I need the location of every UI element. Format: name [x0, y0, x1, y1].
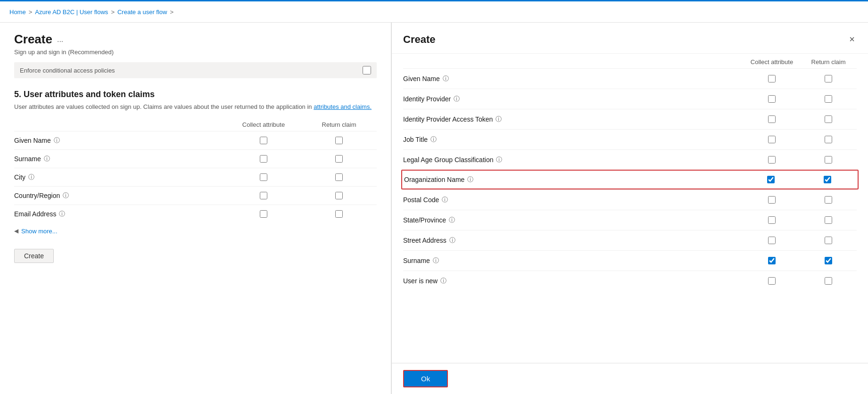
city-info-icon: ⓘ: [28, 173, 34, 181]
section5-link[interactable]: attributes and claims.: [314, 103, 372, 110]
show-more-arrow-icon: ◀: [14, 228, 18, 234]
table-row-country: Country/Region ⓘ: [14, 186, 377, 205]
section5-desc-text: User attributes are values collected on …: [14, 103, 312, 110]
page-title: Create ...: [14, 32, 377, 47]
rp-row-legal-age: Legal Age Group Classification ⓘ: [403, 149, 857, 170]
rp-row-postal-code: Postal Code ⓘ: [403, 189, 857, 210]
rp-row-street-address: Street Address ⓘ: [403, 230, 857, 250]
rp-idp-return[interactable]: [825, 95, 832, 103]
rp-idp-collect[interactable]: [768, 95, 776, 103]
surname-return-checkbox[interactable]: [335, 155, 343, 163]
email-info-icon: ⓘ: [59, 210, 65, 218]
rp-surname-collect[interactable]: [768, 257, 776, 264]
right-panel-header: Create ×: [392, 23, 868, 54]
rp-row-surname: Surname ⓘ: [403, 250, 857, 271]
title-ellipsis: ...: [57, 35, 63, 44]
rp-given-name-return[interactable]: [825, 75, 832, 82]
rp-col-name: [403, 58, 744, 66]
rp-surname-return[interactable]: [825, 257, 832, 264]
surname-collect-checkbox[interactable]: [260, 155, 267, 163]
ok-button[interactable]: Ok: [403, 370, 448, 387]
left-panel: Create ... Sign up and sign in (Recommen…: [0, 23, 391, 394]
rp-row-user-is-new: User is new ⓘ: [403, 271, 857, 291]
rp-idp-at-return[interactable]: [825, 115, 832, 123]
col-return-header: Return claim: [301, 121, 377, 128]
rp-row-idp-access-token: Identity Provider Access Token ⓘ: [403, 109, 857, 129]
table-header-row: Collect attribute Return claim: [14, 121, 377, 131]
country-info-icon: ⓘ: [63, 191, 69, 200]
rp-idp-info-icon: ⓘ: [454, 95, 460, 103]
rp-given-name-collect[interactable]: [768, 75, 776, 82]
right-panel: Create × Collect attribute Return claim …: [391, 23, 868, 394]
rp-job-title-collect[interactable]: [768, 136, 776, 143]
breadcrumb-home[interactable]: Home: [9, 8, 26, 16]
breadcrumb: Home > Azure AD B2C | User flows > Creat…: [9, 8, 174, 16]
table-row-city: City ⓘ: [14, 168, 377, 186]
city-return-checkbox[interactable]: [335, 173, 343, 181]
rp-state-collect[interactable]: [768, 216, 776, 224]
conditional-access-checkbox[interactable]: [363, 66, 371, 74]
rp-user-is-new-info-icon: ⓘ: [440, 277, 446, 285]
section5-desc: User attributes are values collected on …: [14, 102, 377, 112]
surname-info-icon: ⓘ: [44, 155, 50, 163]
rp-org-name-collect[interactable]: [767, 176, 775, 183]
rp-row-org-name: Oraganization Name ⓘ: [401, 170, 859, 189]
rp-user-is-new-return[interactable]: [825, 277, 832, 285]
given-name-collect-checkbox[interactable]: [260, 137, 267, 144]
page-subtitle: Sign up and sign in (Recommended): [14, 49, 377, 56]
right-panel-title: Create: [403, 33, 435, 46]
rp-legal-age-collect[interactable]: [768, 156, 776, 164]
rp-org-name-return[interactable]: [824, 176, 831, 183]
rp-row-state: State/Province ⓘ: [403, 210, 857, 230]
country-collect-checkbox[interactable]: [260, 192, 267, 199]
rp-surname-info-icon: ⓘ: [433, 256, 439, 265]
rp-state-info-icon: ⓘ: [449, 216, 455, 224]
show-more[interactable]: ◀ Show more...: [14, 228, 377, 235]
given-name-info-icon: ⓘ: [54, 136, 60, 145]
breadcrumb-azure[interactable]: Azure AD B2C | User flows: [35, 8, 108, 16]
rp-row-job-title: Job Title ⓘ: [403, 129, 857, 149]
rp-postal-code-info-icon: ⓘ: [442, 196, 448, 204]
right-panel-columns-header: Collect attribute Return claim: [403, 54, 857, 68]
rp-idp-at-info-icon: ⓘ: [496, 115, 502, 123]
rp-user-is-new-collect[interactable]: [768, 277, 776, 285]
rp-col-return: Return claim: [800, 58, 857, 66]
rp-street-info-icon: ⓘ: [449, 236, 455, 245]
rp-postal-code-collect[interactable]: [768, 196, 776, 204]
rp-row-given-name: Given Name ⓘ: [403, 68, 857, 89]
breadcrumb-sep3: >: [170, 8, 174, 16]
conditional-access-label: Enforce conditional access policies: [20, 67, 115, 74]
city-collect-checkbox[interactable]: [260, 173, 267, 181]
main-area: Create ... Sign up and sign in (Recommen…: [0, 23, 868, 394]
rp-job-title-info-icon: ⓘ: [430, 135, 437, 144]
rp-street-return[interactable]: [825, 237, 832, 244]
table-row-given-name: Given Name ⓘ: [14, 131, 377, 149]
col-collect-header: Collect attribute: [226, 121, 301, 128]
top-nav: Home > Azure AD B2C | User flows > Creat…: [0, 0, 868, 23]
email-return-checkbox[interactable]: [335, 210, 343, 218]
close-button[interactable]: ×: [847, 32, 857, 47]
section5-heading: 5. User attributes and token claims: [14, 90, 377, 99]
table-row-email: Email Address ⓘ: [14, 205, 377, 223]
rp-street-collect[interactable]: [768, 237, 776, 244]
rp-state-return[interactable]: [825, 216, 832, 224]
rp-idp-at-collect[interactable]: [768, 115, 776, 123]
right-panel-footer: Ok: [392, 363, 868, 394]
attribute-table: Collect attribute Return claim Given Nam…: [14, 121, 377, 223]
rp-org-name-info-icon: ⓘ: [467, 175, 473, 184]
show-more-label: Show more...: [21, 228, 58, 235]
breadcrumb-create[interactable]: Create a user flow: [117, 8, 167, 16]
rp-legal-age-return[interactable]: [825, 156, 832, 164]
col-name-header: [14, 121, 226, 128]
breadcrumb-sep1: >: [29, 8, 33, 16]
email-collect-checkbox[interactable]: [260, 210, 267, 218]
rp-job-title-return[interactable]: [825, 136, 832, 143]
create-button[interactable]: Create: [14, 249, 54, 263]
rp-postal-code-return[interactable]: [825, 196, 832, 204]
title-text: Create: [14, 32, 52, 47]
given-name-return-checkbox[interactable]: [335, 137, 343, 144]
country-return-checkbox[interactable]: [335, 192, 343, 199]
rp-given-name-info-icon: ⓘ: [443, 74, 449, 83]
rp-legal-age-info-icon: ⓘ: [496, 156, 502, 164]
right-panel-body: Collect attribute Return claim Given Nam…: [392, 54, 868, 363]
